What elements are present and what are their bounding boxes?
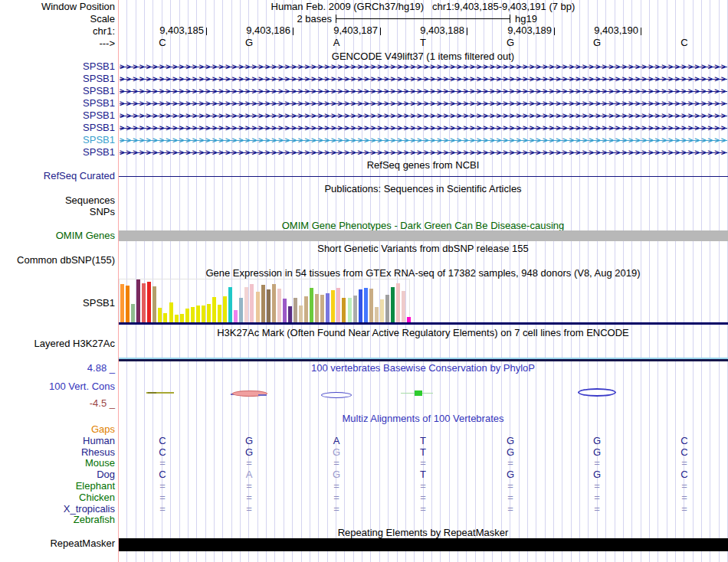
gtex-bar[interactable] xyxy=(272,284,276,322)
gtex-bar[interactable] xyxy=(310,288,313,322)
gtex-bar[interactable] xyxy=(169,302,173,322)
repeatmasker-label[interactable]: RepeatMasker xyxy=(0,538,115,549)
common-dbsnp-label[interactable]: Common dbSNP(155) xyxy=(0,255,115,266)
publications-snps-label[interactable]: SNPs xyxy=(0,207,115,217)
gtex-bar[interactable] xyxy=(228,287,232,322)
gtex-bar[interactable] xyxy=(396,283,400,322)
gtex-bar[interactable] xyxy=(218,305,221,322)
transcript-arrow-row[interactable]: >>>>>>>>>>>>>>>>>>>>>>>>>>>>>>>>>>>>>>>>… xyxy=(120,124,727,132)
gtex-bar[interactable] xyxy=(288,306,292,322)
gtex-bar[interactable] xyxy=(353,296,357,322)
alignment-base: = xyxy=(246,504,252,515)
gtex-bar[interactable] xyxy=(202,306,205,322)
gtex-bar[interactable] xyxy=(336,288,340,322)
gtex-bar[interactable] xyxy=(299,306,303,322)
refseq-curated-gene-line[interactable] xyxy=(119,176,728,177)
gtex-bar[interactable] xyxy=(304,296,308,322)
gtex-bar[interactable] xyxy=(380,299,384,322)
gtex-bar[interactable] xyxy=(385,295,389,322)
gtex-bar[interactable] xyxy=(180,314,184,322)
gtex-bar[interactable] xyxy=(348,298,352,322)
gtex-bar[interactable] xyxy=(126,286,130,322)
transcript-label[interactable]: SPSB1 xyxy=(0,110,115,121)
repeatmasker-element-bar[interactable] xyxy=(119,538,728,551)
gtex-bar[interactable] xyxy=(261,285,265,322)
position-title: chr1:9,403,185-9,403,191 (7 bp) xyxy=(432,1,575,12)
alignment-base: C xyxy=(159,469,166,480)
gtex-bar[interactable] xyxy=(369,289,373,322)
ruler-tick xyxy=(554,28,555,35)
transcript-label[interactable]: SPSB1 xyxy=(0,123,115,133)
gtex-bar[interactable] xyxy=(175,315,179,322)
gtex-bar[interactable] xyxy=(326,293,330,322)
alignment-base: C xyxy=(159,447,166,458)
alignment-base: = xyxy=(681,481,687,492)
transcript-arrow-row[interactable]: >>>>>>>>>>>>>>>>>>>>>>>>>>>>>>>>>>>>>>>>… xyxy=(120,112,727,120)
refseq-curated-label[interactable]: RefSeq Curated xyxy=(0,171,115,181)
transcript-arrow-row[interactable]: >>>>>>>>>>>>>>>>>>>>>>>>>>>>>>>>>>>>>>>>… xyxy=(120,75,727,83)
gtex-bar[interactable] xyxy=(244,287,248,322)
gtex-bar[interactable] xyxy=(283,299,287,322)
scale-row-label: Scale xyxy=(0,14,115,25)
gtex-bar[interactable] xyxy=(163,313,167,322)
transcript-label[interactable]: SPSB1 xyxy=(0,74,115,84)
transcript-strand-arrows: >>>>>>>>>>>>>>>>>>>>>>>>>>>>>>>>>>>>>>>>… xyxy=(120,87,727,96)
gtex-bar[interactable] xyxy=(331,290,335,322)
transcript-label[interactable]: SPSB1 xyxy=(0,135,115,145)
transcript-arrow-row[interactable]: >>>>>>>>>>>>>>>>>>>>>>>>>>>>>>>>>>>>>>>>… xyxy=(120,63,727,71)
gtex-bar[interactable] xyxy=(196,306,200,322)
gtex-bar[interactable] xyxy=(315,294,319,322)
gtex-bar[interactable] xyxy=(185,309,189,322)
gtex-bar[interactable] xyxy=(293,298,297,322)
transcript-label[interactable]: SPSB1 xyxy=(0,98,115,109)
gtex-bar[interactable] xyxy=(239,298,243,322)
gtex-bar[interactable] xyxy=(364,288,368,322)
gtex-bar[interactable] xyxy=(120,284,124,322)
gtex-bar[interactable] xyxy=(250,284,254,322)
omim-gene-bar[interactable] xyxy=(119,230,728,241)
gtex-bar[interactable] xyxy=(267,289,271,322)
gtex-gene-label[interactable]: SPSB1 xyxy=(0,298,115,309)
publications-sequences-label[interactable]: Sequences xyxy=(0,195,115,206)
alignment-base: G xyxy=(593,447,601,458)
gtex-bar[interactable] xyxy=(359,289,362,322)
transcript-arrow-row[interactable]: >>>>>>>>>>>>>>>>>>>>>>>>>>>>>>>>>>>>>>>>… xyxy=(120,149,727,157)
layered-h3k27ac-label[interactable]: Layered H3K27Ac xyxy=(0,338,115,349)
alignment-base: A xyxy=(246,469,253,480)
gtex-bar[interactable] xyxy=(256,292,260,322)
gtex-bar[interactable] xyxy=(391,287,395,322)
gtex-bar[interactable] xyxy=(212,297,216,322)
gtex-bar[interactable] xyxy=(191,307,195,322)
gtex-bar[interactable] xyxy=(402,291,405,322)
gtex-bar[interactable] xyxy=(407,317,411,322)
transcript-strand-arrows: >>>>>>>>>>>>>>>>>>>>>>>>>>>>>>>>>>>>>>>>… xyxy=(120,124,727,132)
gtex-bar[interactable] xyxy=(207,304,211,322)
gtex-bar[interactable] xyxy=(147,282,151,322)
h3k27ac-signal-dark[interactable] xyxy=(119,359,728,361)
gtex-bar[interactable] xyxy=(131,304,135,322)
transcript-arrow-row[interactable]: >>>>>>>>>>>>>>>>>>>>>>>>>>>>>>>>>>>>>>>>… xyxy=(120,136,727,145)
base-letter: A xyxy=(333,38,340,48)
gtex-bar[interactable] xyxy=(152,286,156,322)
transcript-label[interactable]: SPSB1 xyxy=(0,147,115,158)
omim-genes-label[interactable]: OMIM Genes xyxy=(0,230,115,241)
gtex-bar[interactable] xyxy=(277,289,281,322)
species-label: Mouse xyxy=(0,458,115,469)
gtex-bar[interactable] xyxy=(234,310,238,322)
transcript-label[interactable]: SPSB1 xyxy=(0,86,115,96)
alignment-base: = xyxy=(507,481,513,492)
gtex-bar[interactable] xyxy=(136,279,140,322)
vert-cons-label[interactable]: 100 Vert. Cons xyxy=(0,381,115,392)
species-label: Gaps xyxy=(0,424,115,435)
alignment-base: = xyxy=(159,481,166,492)
transcript-label[interactable]: SPSB1 xyxy=(0,61,115,72)
gtex-bar[interactable] xyxy=(142,283,146,322)
transcript-arrow-row[interactable]: >>>>>>>>>>>>>>>>>>>>>>>>>>>>>>>>>>>>>>>>… xyxy=(120,100,727,108)
gtex-bar[interactable] xyxy=(320,295,324,322)
gtex-bar[interactable] xyxy=(342,298,346,322)
gtex-bar[interactable] xyxy=(223,296,227,322)
gtex-bar[interactable] xyxy=(158,308,162,322)
species-label: Dog xyxy=(0,469,115,480)
transcript-arrow-row[interactable]: >>>>>>>>>>>>>>>>>>>>>>>>>>>>>>>>>>>>>>>>… xyxy=(120,87,727,96)
gtex-bar[interactable] xyxy=(375,307,379,322)
